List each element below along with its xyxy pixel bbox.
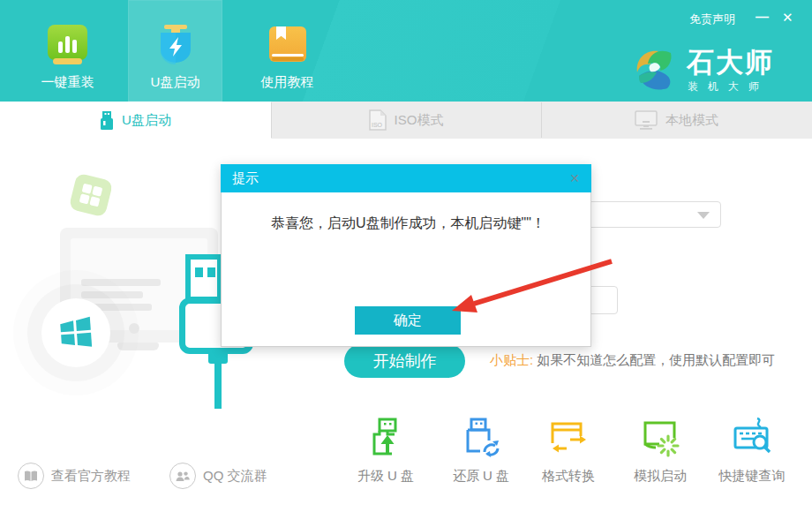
chevron-down-icon bbox=[697, 212, 710, 219]
tool-label: 模拟启动 bbox=[616, 468, 704, 485]
dialog-message: 恭喜您，启动U盘制作成功，本机启动键""！ bbox=[271, 215, 545, 233]
format-convert-icon bbox=[547, 417, 590, 459]
svg-text:ISO: ISO bbox=[372, 122, 383, 128]
link-label: 查看官方教程 bbox=[51, 468, 131, 485]
book-icon bbox=[269, 26, 306, 62]
tab-label: U盘启动 bbox=[128, 74, 222, 91]
iso-file-icon: ISO bbox=[369, 109, 387, 131]
tip-line: 小贴士: 如果不知道怎么配置，使用默认配置即可 bbox=[490, 352, 775, 369]
tool-label: 格式转换 bbox=[524, 468, 613, 485]
usb-cable-illustration bbox=[214, 364, 222, 409]
qq-group-link[interactable]: QQ 交流群 bbox=[169, 463, 267, 489]
mode-tab-label: 本地模式 bbox=[665, 112, 718, 129]
ok-button[interactable]: 确定 bbox=[355, 306, 461, 335]
shield-bolt-icon bbox=[158, 25, 193, 67]
usb-connector-illustration bbox=[185, 254, 222, 302]
tool-label: 升级 U 盘 bbox=[342, 468, 430, 485]
chart-monitor-icon bbox=[48, 25, 87, 60]
tab-one-key-reinstall[interactable]: 一键重装 bbox=[20, 0, 115, 102]
success-dialog: 提示 ✕ 恭喜您，启动U盘制作成功，本机启动键""！ 确定 bbox=[221, 164, 591, 347]
windows-logo-badge bbox=[41, 298, 110, 367]
upgrade-usb-icon bbox=[365, 417, 407, 459]
mode-tab-label: U盘启动 bbox=[122, 112, 171, 129]
mode-tab-usb-boot[interactable]: U盘启动 bbox=[0, 102, 271, 139]
brand-subtitle: 装机大师 bbox=[688, 79, 769, 94]
tab-tutorial[interactable]: 使用教程 bbox=[240, 0, 335, 102]
tab-label: 使用教程 bbox=[240, 74, 335, 91]
tab-usb-boot[interactable]: U盘启动 bbox=[128, 0, 222, 102]
tool-simulate-boot[interactable]: 模拟启动 bbox=[616, 417, 704, 485]
tool-hotkey-query[interactable]: 快捷键查询 bbox=[708, 417, 796, 485]
tip-text: 如果不知道怎么配置，使用默认配置即可 bbox=[537, 352, 775, 367]
tool-label: 还原 U 盘 bbox=[437, 468, 525, 485]
dialog-close-icon[interactable]: ✕ bbox=[569, 164, 580, 192]
icon-base-bar bbox=[53, 58, 82, 64]
restore-usb-icon bbox=[460, 417, 502, 459]
tip-label: 小贴士: bbox=[490, 352, 533, 367]
brand-logo-icon bbox=[632, 46, 678, 92]
tab-divider bbox=[271, 102, 272, 138]
tool-label: 快捷键查询 bbox=[708, 468, 796, 485]
tutorial-book-icon bbox=[18, 463, 44, 489]
monitor-stand bbox=[117, 343, 159, 350]
mode-tab-iso[interactable]: ISO ISO模式 bbox=[271, 102, 541, 139]
mode-tab-local[interactable]: 本地模式 bbox=[541, 102, 812, 139]
start-create-button[interactable]: 开始制作 bbox=[344, 344, 465, 378]
close-button[interactable]: ✕ bbox=[782, 11, 793, 24]
official-tutorial-link[interactable]: 查看官方教程 bbox=[18, 463, 131, 489]
mode-tab-label: ISO模式 bbox=[395, 112, 444, 129]
tool-restore-usb[interactable]: 还原 U 盘 bbox=[437, 417, 525, 485]
tool-upgrade-usb[interactable]: 升级 U 盘 bbox=[342, 417, 430, 485]
usb-plug-illustration bbox=[208, 352, 228, 364]
local-monitor-icon bbox=[635, 110, 658, 130]
tool-format-convert[interactable]: 格式转换 bbox=[524, 417, 613, 485]
tab-divider bbox=[541, 102, 542, 138]
qq-group-icon bbox=[169, 463, 196, 489]
minimize-button[interactable]: — bbox=[756, 10, 769, 23]
dialog-titlebar: 提示 ✕ bbox=[221, 164, 591, 192]
usb-drive-icon bbox=[100, 111, 114, 130]
hotkey-query-icon bbox=[731, 417, 773, 459]
tab-label: 一键重装 bbox=[20, 74, 115, 91]
disclaimer-link[interactable]: 免责声明 bbox=[689, 11, 735, 27]
link-label: QQ 交流群 bbox=[203, 468, 267, 485]
brand-title: 石大师 bbox=[687, 44, 774, 81]
simulate-boot-icon bbox=[639, 417, 681, 459]
windows-flag-icon bbox=[59, 316, 93, 350]
app-window: 一键重装 U盘启动 使用教程 免责声明 — ✕ 石大师 装机大师 bbox=[0, 0, 812, 512]
dialog-title: 提示 bbox=[232, 170, 259, 185]
